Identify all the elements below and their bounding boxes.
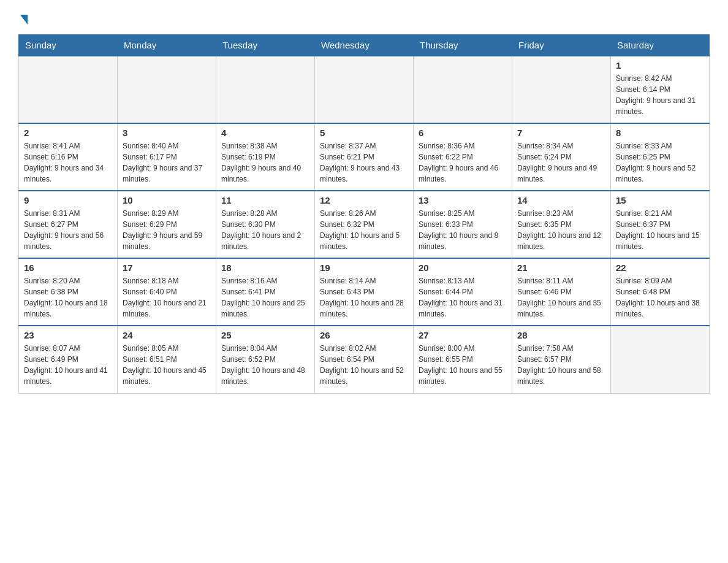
day-info: Sunrise: 8:13 AM Sunset: 6:44 PM Dayligh… [419,275,507,320]
calendar-week-row: 9Sunrise: 8:31 AM Sunset: 6:27 PM Daylig… [19,191,710,258]
day-number: 13 [419,195,507,205]
calendar-week-row: 16Sunrise: 8:20 AM Sunset: 6:38 PM Dayli… [19,258,710,326]
calendar-day-cell [19,56,118,123]
day-info: Sunrise: 8:34 AM Sunset: 6:24 PM Dayligh… [517,140,605,185]
day-number: 17 [123,262,211,273]
calendar-header-row: SundayMondayTuesdayWednesdayThursdayFrid… [19,35,710,56]
weekday-header: Sunday [19,35,118,56]
logo-arrow-icon [20,15,28,25]
day-info: Sunrise: 8:21 AM Sunset: 6:37 PM Dayligh… [616,208,704,252]
weekday-header: Wednesday [315,35,414,56]
day-info: Sunrise: 8:20 AM Sunset: 6:38 PM Dayligh… [24,275,112,320]
day-number: 24 [123,330,211,340]
calendar-day-cell [512,56,611,123]
day-number: 10 [123,195,211,205]
calendar-day-cell: 1Sunrise: 8:42 AM Sunset: 6:14 PM Daylig… [611,56,710,123]
calendar-day-cell: 3Sunrise: 8:40 AM Sunset: 6:17 PM Daylig… [118,123,216,191]
day-number: 7 [517,128,605,138]
calendar-day-cell: 11Sunrise: 8:28 AM Sunset: 6:30 PM Dayli… [216,191,315,258]
calendar-day-cell: 26Sunrise: 8:02 AM Sunset: 6:54 PM Dayli… [315,326,414,393]
calendar-day-cell: 9Sunrise: 8:31 AM Sunset: 6:27 PM Daylig… [19,191,118,258]
day-number: 5 [320,128,408,138]
day-info: Sunrise: 7:58 AM Sunset: 6:57 PM Dayligh… [517,343,605,387]
calendar-day-cell: 7Sunrise: 8:34 AM Sunset: 6:24 PM Daylig… [512,123,611,191]
calendar-week-row: 1Sunrise: 8:42 AM Sunset: 6:14 PM Daylig… [19,56,710,123]
calendar-day-cell: 21Sunrise: 8:11 AM Sunset: 6:46 PM Dayli… [512,258,611,326]
day-info: Sunrise: 8:07 AM Sunset: 6:49 PM Dayligh… [24,343,112,387]
calendar-day-cell: 4Sunrise: 8:38 AM Sunset: 6:19 PM Daylig… [216,123,315,191]
calendar-day-cell [414,56,512,123]
day-info: Sunrise: 8:36 AM Sunset: 6:22 PM Dayligh… [419,140,507,185]
day-number: 22 [616,262,704,273]
weekday-header: Tuesday [216,35,315,56]
day-info: Sunrise: 8:23 AM Sunset: 6:35 PM Dayligh… [517,208,605,252]
day-info: Sunrise: 8:14 AM Sunset: 6:43 PM Dayligh… [320,275,408,320]
day-info: Sunrise: 8:33 AM Sunset: 6:25 PM Dayligh… [616,140,704,185]
day-info: Sunrise: 8:40 AM Sunset: 6:17 PM Dayligh… [123,140,211,185]
calendar-day-cell [315,56,414,123]
day-info: Sunrise: 8:37 AM Sunset: 6:21 PM Dayligh… [320,140,408,185]
calendar-day-cell: 22Sunrise: 8:09 AM Sunset: 6:48 PM Dayli… [611,258,710,326]
day-number: 15 [616,195,704,205]
day-info: Sunrise: 8:16 AM Sunset: 6:41 PM Dayligh… [221,275,309,320]
day-info: Sunrise: 8:28 AM Sunset: 6:30 PM Dayligh… [221,208,309,252]
calendar-day-cell: 24Sunrise: 8:05 AM Sunset: 6:51 PM Dayli… [118,326,216,393]
day-info: Sunrise: 8:02 AM Sunset: 6:54 PM Dayligh… [320,343,408,387]
day-info: Sunrise: 8:26 AM Sunset: 6:32 PM Dayligh… [320,208,408,252]
day-number: 2 [24,128,112,138]
day-info: Sunrise: 8:18 AM Sunset: 6:40 PM Dayligh… [123,275,211,320]
day-number: 11 [221,195,309,205]
calendar-day-cell: 25Sunrise: 8:04 AM Sunset: 6:52 PM Dayli… [216,326,315,393]
calendar-day-cell [216,56,315,123]
day-info: Sunrise: 8:11 AM Sunset: 6:46 PM Dayligh… [517,275,605,320]
calendar-week-row: 2Sunrise: 8:41 AM Sunset: 6:16 PM Daylig… [19,123,710,191]
weekday-header: Saturday [611,35,710,56]
day-number: 23 [24,330,112,340]
calendar-day-cell: 8Sunrise: 8:33 AM Sunset: 6:25 PM Daylig… [611,123,710,191]
calendar-day-cell: 15Sunrise: 8:21 AM Sunset: 6:37 PM Dayli… [611,191,710,258]
logo [18,12,28,25]
calendar-week-row: 23Sunrise: 8:07 AM Sunset: 6:49 PM Dayli… [19,326,710,393]
day-number: 1 [616,60,704,71]
calendar-day-cell: 5Sunrise: 8:37 AM Sunset: 6:21 PM Daylig… [315,123,414,191]
calendar-day-cell: 23Sunrise: 8:07 AM Sunset: 6:49 PM Dayli… [19,326,118,393]
day-number: 18 [221,262,309,273]
calendar-day-cell: 27Sunrise: 8:00 AM Sunset: 6:55 PM Dayli… [414,326,512,393]
calendar-day-cell: 13Sunrise: 8:25 AM Sunset: 6:33 PM Dayli… [414,191,512,258]
day-number: 28 [517,330,605,340]
day-number: 12 [320,195,408,205]
calendar-day-cell: 28Sunrise: 7:58 AM Sunset: 6:57 PM Dayli… [512,326,611,393]
day-info: Sunrise: 8:25 AM Sunset: 6:33 PM Dayligh… [419,208,507,252]
weekday-header: Thursday [414,35,512,56]
calendar-day-cell: 6Sunrise: 8:36 AM Sunset: 6:22 PM Daylig… [414,123,512,191]
day-number: 8 [616,128,704,138]
day-number: 16 [24,262,112,273]
calendar-day-cell: 17Sunrise: 8:18 AM Sunset: 6:40 PM Dayli… [118,258,216,326]
day-number: 14 [517,195,605,205]
calendar-day-cell: 20Sunrise: 8:13 AM Sunset: 6:44 PM Dayli… [414,258,512,326]
day-number: 27 [419,330,507,340]
calendar-day-cell: 16Sunrise: 8:20 AM Sunset: 6:38 PM Dayli… [19,258,118,326]
calendar-day-cell: 14Sunrise: 8:23 AM Sunset: 6:35 PM Dayli… [512,191,611,258]
day-number: 3 [123,128,211,138]
day-number: 4 [221,128,309,138]
day-number: 6 [419,128,507,138]
day-number: 19 [320,262,408,273]
calendar-day-cell [118,56,216,123]
day-info: Sunrise: 8:04 AM Sunset: 6:52 PM Dayligh… [221,343,309,387]
calendar-day-cell: 10Sunrise: 8:29 AM Sunset: 6:29 PM Dayli… [118,191,216,258]
day-number: 21 [517,262,605,273]
weekday-header: Monday [118,35,216,56]
calendar-day-cell: 12Sunrise: 8:26 AM Sunset: 6:32 PM Dayli… [315,191,414,258]
day-info: Sunrise: 8:41 AM Sunset: 6:16 PM Dayligh… [24,140,112,185]
day-number: 20 [419,262,507,273]
day-info: Sunrise: 8:05 AM Sunset: 6:51 PM Dayligh… [123,343,211,387]
calendar-day-cell: 18Sunrise: 8:16 AM Sunset: 6:41 PM Dayli… [216,258,315,326]
calendar-day-cell: 19Sunrise: 8:14 AM Sunset: 6:43 PM Dayli… [315,258,414,326]
day-info: Sunrise: 8:29 AM Sunset: 6:29 PM Dayligh… [123,208,211,252]
weekday-header: Friday [512,35,611,56]
day-number: 26 [320,330,408,340]
day-info: Sunrise: 8:38 AM Sunset: 6:19 PM Dayligh… [221,140,309,185]
calendar-table: SundayMondayTuesdayWednesdayThursdayFrid… [18,34,710,394]
calendar-day-cell: 2Sunrise: 8:41 AM Sunset: 6:16 PM Daylig… [19,123,118,191]
